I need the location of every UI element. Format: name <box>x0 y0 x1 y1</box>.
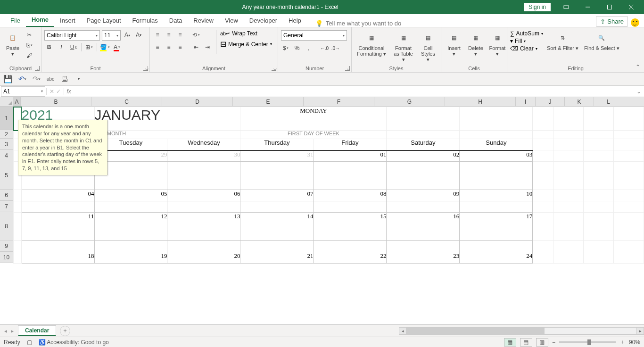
cell[interactable] <box>533 107 553 131</box>
cell[interactable] <box>553 201 583 213</box>
cell[interactable] <box>387 201 460 213</box>
autosum-button[interactable]: ∑AutoSum▾ <box>510 30 543 37</box>
cell[interactable] <box>583 241 613 252</box>
cell[interactable] <box>613 241 644 252</box>
font-color-button[interactable]: A <box>112 42 122 52</box>
delete-cells-button[interactable]: ▦Delete▾ <box>466 30 486 58</box>
cell[interactable]: 10 <box>460 190 533 201</box>
undo-button[interactable]: ↶▾ <box>17 74 27 84</box>
cell[interactable]: 20 <box>167 252 240 264</box>
cell[interactable] <box>533 139 553 150</box>
quick-print-button[interactable]: 🖶 <box>59 74 70 84</box>
cell[interactable] <box>583 150 613 162</box>
cell[interactable] <box>553 252 583 264</box>
bold-button[interactable]: B <box>44 42 54 52</box>
tab-help[interactable]: Help <box>283 15 307 27</box>
cell[interactable]: 23 <box>387 252 460 264</box>
cell-month[interactable]: JANUARY <box>94 107 240 131</box>
cell-first-day[interactable]: MONDAY <box>240 107 387 131</box>
conditional-formatting-button[interactable]: ▦Conditional Formatting ▾ <box>355 30 388 58</box>
tab-formulas[interactable]: Formulas <box>127 15 164 27</box>
qat-customize-button[interactable]: ▾ <box>74 74 84 84</box>
zoom-level[interactable]: 90% <box>629 339 640 346</box>
cell[interactable]: 31 <box>240 150 314 162</box>
scroll-right-button[interactable]: ▸ <box>636 327 644 335</box>
insert-cells-button[interactable]: ▦Insert▾ <box>444 30 464 58</box>
cell[interactable] <box>553 139 583 150</box>
alignment-dialog-launcher[interactable] <box>272 66 276 71</box>
cell[interactable]: 21 <box>240 252 314 264</box>
cell[interactable] <box>613 213 644 241</box>
cut-button[interactable]: ✂ <box>25 30 34 40</box>
cell[interactable] <box>583 213 613 241</box>
column-header-J[interactable]: J <box>536 97 565 106</box>
cell[interactable] <box>553 241 583 252</box>
page-break-view-button[interactable]: ▥ <box>536 338 548 347</box>
find-select-button[interactable]: 🔍Find & Select ▾ <box>582 30 621 52</box>
tab-insert[interactable]: Insert <box>54 15 81 27</box>
font-dialog-launcher[interactable] <box>143 66 148 71</box>
number-dialog-launcher[interactable] <box>345 66 350 71</box>
cell[interactable]: 02 <box>387 150 460 162</box>
orientation-button[interactable]: ⟲ <box>191 30 201 40</box>
decrease-indent-button[interactable]: ⇤ <box>191 42 201 52</box>
maximize-button[interactable] <box>599 0 620 14</box>
align-center-button[interactable]: ≡ <box>164 42 173 52</box>
column-header-A[interactable]: A <box>13 97 21 106</box>
cell[interactable]: 03 <box>460 150 533 162</box>
cell[interactable]: 18 <box>21 252 94 264</box>
cell[interactable]: 09 <box>387 190 460 201</box>
row-header-3[interactable]: 3 <box>0 139 13 150</box>
column-header-B[interactable]: B <box>21 97 91 106</box>
enter-formula-button[interactable]: ✓ <box>56 88 61 95</box>
minimize-button[interactable] <box>577 0 599 14</box>
cell[interactable]: 08 <box>314 190 387 201</box>
cell[interactable] <box>387 107 460 131</box>
row-header-10[interactable]: 10 <box>0 252 13 263</box>
expand-formula-bar-button[interactable]: ⌄ <box>634 88 644 95</box>
fill-button[interactable]: ▾Fill▾ <box>510 38 543 44</box>
cell[interactable]: 19 <box>94 252 167 264</box>
fx-icon[interactable]: fx <box>64 88 74 95</box>
format-as-table-button[interactable]: ▦Format as Table ▾ <box>390 30 416 63</box>
cell[interactable] <box>583 162 613 190</box>
cell[interactable] <box>94 241 167 252</box>
cell[interactable] <box>583 252 613 264</box>
cell[interactable] <box>460 131 533 139</box>
redo-button[interactable]: ↷▾ <box>31 74 41 84</box>
cell[interactable]: 16 <box>387 213 460 241</box>
align-bottom-button[interactable]: ≡ <box>175 30 185 40</box>
row-header-8[interactable]: 8 <box>0 212 13 240</box>
percent-button[interactable]: % <box>292 43 302 53</box>
cell[interactable] <box>583 107 613 131</box>
column-header-E[interactable]: E <box>233 97 304 106</box>
day-header[interactable]: Friday <box>314 139 387 150</box>
wrap-text-button[interactable]: ab↵ Wrap Text <box>220 30 272 37</box>
row-header-7[interactable]: 7 <box>0 201 13 212</box>
sign-in-button[interactable]: Sign in <box>524 3 551 11</box>
cell[interactable] <box>460 162 533 190</box>
cell[interactable] <box>613 162 644 190</box>
horizontal-scrollbar[interactable]: ◂ ▸ <box>399 327 644 335</box>
cell[interactable]: 06 <box>167 190 240 201</box>
cell[interactable]: 12 <box>94 213 167 241</box>
cell[interactable] <box>553 150 583 162</box>
sheet-nav-last[interactable]: ▸ <box>9 328 15 334</box>
cell[interactable]: DAR MONTH <box>94 131 240 139</box>
cell[interactable] <box>14 252 22 264</box>
cell[interactable] <box>583 201 613 213</box>
normal-view-button[interactable]: ▦ <box>504 338 516 347</box>
cell[interactable] <box>14 213 22 241</box>
underline-button[interactable]: U <box>69 42 78 52</box>
column-header-L[interactable]: L <box>594 97 623 106</box>
cell[interactable] <box>583 139 613 150</box>
cell[interactable] <box>387 162 460 190</box>
clear-button[interactable]: ⌫Clear▾ <box>510 45 543 52</box>
cell[interactable]: 05 <box>94 190 167 201</box>
ribbon-display-options-button[interactable] <box>555 0 577 14</box>
row-header-6[interactable]: 6 <box>0 190 13 201</box>
cell[interactable] <box>21 241 94 252</box>
copy-button[interactable]: ⎘ <box>25 41 34 50</box>
save-button[interactable]: 💾 <box>3 74 13 84</box>
cell[interactable] <box>613 150 644 162</box>
